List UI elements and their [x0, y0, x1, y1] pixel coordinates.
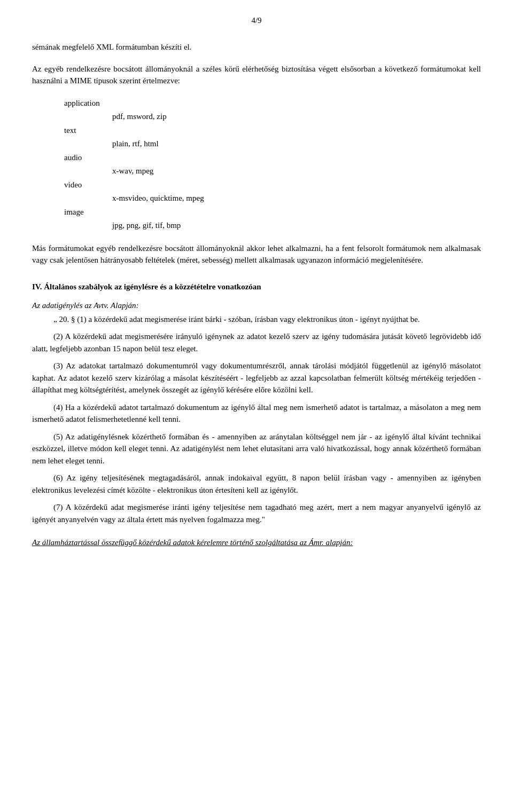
mime-image-sub-text: jpg, png, gif, tif, bmp — [112, 221, 181, 230]
subsection-para7-text: (7) A közérdekű adat megismerése iránti … — [32, 503, 481, 524]
mime-image-label: image — [64, 208, 84, 216]
mime-video: video — [64, 178, 481, 192]
subsection-para4-text: (4) Ha a közérdekű adatot tartalmazó dok… — [32, 403, 481, 424]
mime-video-label: video — [64, 180, 82, 189]
paragraph1-text: Az egyéb rendelkezésre bocsátott állomán… — [32, 65, 481, 85]
mime-text-sub-text: plain, rtf, html — [112, 139, 159, 148]
mime-audio-sub-text: x-wav, mpeg — [112, 167, 153, 175]
footer-section-heading-text: Az államháztartással összefüggő közérdek… — [32, 538, 353, 547]
mime-audio: audio — [64, 151, 481, 165]
subsection-para6-text: (6) Az igény teljesítésének megtagadásár… — [32, 474, 481, 494]
intro-text: sémának megfelelő XML formátumban készít… — [32, 43, 192, 51]
subsection-para-intro: „ 20. § (1) a közérdekű adat megismerése… — [32, 313, 481, 326]
page-number: 4/9 — [32, 16, 481, 25]
subsection-para4: (4) Ha a közérdekű adatot tartalmazó dok… — [32, 401, 481, 425]
paragraph2-text: Más formátumokat egyéb rendelkezésre boc… — [32, 244, 481, 265]
mime-video-sub: x-msvideo, quicktime, mpeg — [112, 192, 481, 206]
section-iv-heading-text: IV. Általános szabályok az igénylésre és… — [32, 282, 261, 291]
subsection-para7: (7) A közérdekű adat megismerése iránti … — [32, 501, 481, 525]
mime-audio-label: audio — [64, 153, 82, 162]
mime-application: application — [64, 97, 481, 111]
subsection-heading: Az adatigénylés az Avtv. Alapján: — [32, 301, 481, 310]
intro-sentence: sémának megfelelő XML formátumban készít… — [32, 41, 481, 53]
page-container: 4/9 sémának megfelelő XML formátumban ké… — [0, 0, 513, 812]
subsection-para3-text: (3) Az adatokat tartalmazó dokumentumról… — [32, 361, 481, 394]
mime-application-sub-text: pdf, msword, zip — [112, 112, 167, 121]
subsection-para3: (3) Az adatokat tartalmazó dokumentumról… — [32, 360, 481, 396]
subsection-para-intro-text: „ 20. § (1) a közérdekű adat megismerése… — [53, 315, 420, 324]
mime-image-sub: jpg, png, gif, tif, bmp — [112, 219, 481, 233]
subsection-para6: (6) Az igény teljesítésének megtagadásár… — [32, 472, 481, 496]
subsection-heading-text: Az adatigénylés az Avtv. Alapján: — [32, 301, 139, 310]
subsection-para5-text: (5) Az adatigénylésnek közérthető formáb… — [32, 432, 481, 465]
footer-section-heading: Az államháztartással összefüggő közérdek… — [32, 538, 481, 547]
mime-image: image — [64, 206, 481, 219]
mime-application-sub: pdf, msword, zip — [112, 110, 481, 124]
section-iv-heading: IV. Általános szabályok az igénylésre és… — [32, 282, 481, 291]
subsection-para2-text: (2) A közérdekű adat megismerésére irány… — [32, 332, 481, 353]
mime-text-sub: plain, rtf, html — [112, 137, 481, 151]
subsection-para5: (5) Az adatigénylésnek közérthető formáb… — [32, 431, 481, 467]
mime-application-label: application — [64, 99, 100, 107]
mime-type-list: application pdf, msword, zip text plain,… — [64, 97, 481, 233]
mime-text: text — [64, 124, 481, 138]
mime-text-label: text — [64, 126, 76, 135]
mime-audio-sub: x-wav, mpeg — [112, 164, 481, 178]
mime-video-sub-text: x-msvideo, quicktime, mpeg — [112, 194, 204, 202]
paragraph2: Más formátumokat egyéb rendelkezésre boc… — [32, 242, 481, 266]
subsection-para2: (2) A közérdekű adat megismerésére irány… — [32, 330, 481, 354]
paragraph1: Az egyéb rendelkezésre bocsátott állomán… — [32, 63, 481, 87]
